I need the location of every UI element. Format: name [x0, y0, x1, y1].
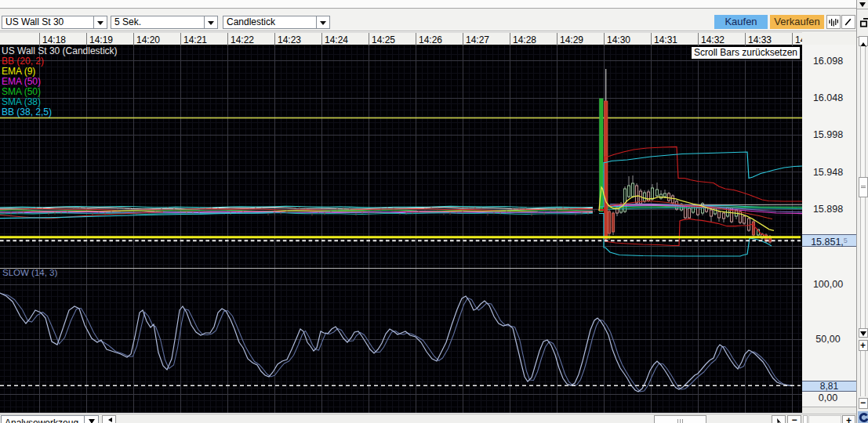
svg-text:EMA (9): EMA (9) [2, 66, 35, 77]
svg-text:BB (38, 2,5): BB (38, 2,5) [2, 107, 52, 118]
svg-text:US Wall St 30 (Candlestick): US Wall St 30 (Candlestick) [2, 45, 118, 56]
svg-text:SMA (38): SMA (38) [2, 96, 41, 107]
svg-text:EMA (50): EMA (50) [2, 76, 41, 87]
svg-text:BB (20, 2): BB (20, 2) [2, 56, 44, 67]
svg-text:SLOW (14, 3): SLOW (14, 3) [2, 268, 57, 277]
svg-text:SMA (50): SMA (50) [2, 86, 41, 97]
